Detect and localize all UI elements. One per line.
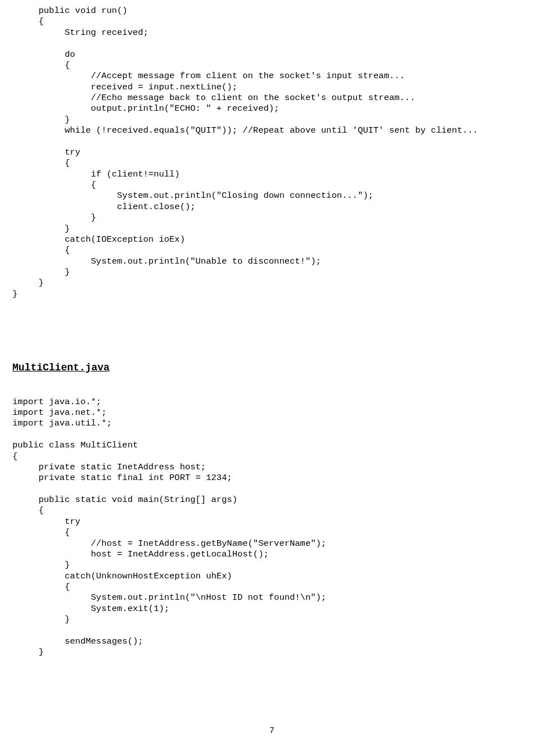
section-heading-block: MultiClient.java bbox=[12, 361, 532, 374]
document-page: public void run() { String received; do … bbox=[0, 6, 540, 736]
code-block-multiclient: import java.io.*; import java.net.*; imp… bbox=[12, 397, 532, 658]
page-number: 7 bbox=[12, 726, 532, 736]
section-heading: MultiClient.java bbox=[12, 362, 110, 373]
code-block-run-method: public void run() { String received; do … bbox=[12, 6, 532, 300]
